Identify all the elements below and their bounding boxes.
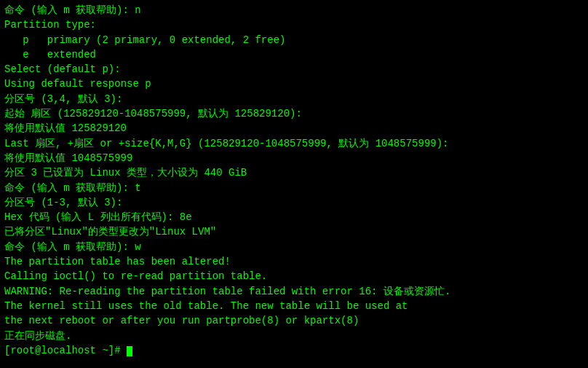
terminal-line: 正在同步磁盘. [4, 329, 584, 343]
terminal-line: The kernel still uses the old table. The… [4, 299, 584, 313]
terminal-line: 分区号 (1-3, 默认 3): [4, 195, 584, 210]
terminal-line: Select (default p): [4, 62, 584, 77]
terminal-line: Calling ioctl() to re-read partition tab… [4, 269, 584, 283]
terminal-line: Last 扇区, +扇区 or +size{K,M,G} (125829120-… [4, 136, 584, 151]
terminal-line: WARNING: Re-reading the partition table … [4, 284, 584, 299]
terminal-line: Using default response p [4, 77, 584, 91]
terminal-line: p primary (2 primary, 0 extended, 2 free… [4, 33, 584, 47]
terminal-line: 分区 3 已设置为 Linux 类型，大小设为 440 GiB [4, 165, 584, 180]
terminal-line: 命令 (输入 m 获取帮助): w [4, 240, 584, 254]
terminal-line: 将使用默认值 1048575999 [4, 151, 584, 165]
terminal-line: The partition table has been altered! [4, 254, 584, 269]
terminal-line: Hex 代码 (输入 L 列出所有代码): 8e [4, 210, 584, 224]
terminal-line: 命令 (输入 m 获取帮助): n [4, 3, 584, 17]
terminal-line: 将使用默认值 125829120 [4, 121, 584, 136]
terminal-line: the next reboot or after you run partpro… [4, 313, 584, 328]
terminal-line: 起始 扇区 (125829120-1048575999, 默认为 1258291… [4, 106, 584, 121]
terminal-cursor [127, 346, 132, 356]
terminal-line: [root@localhost ~]# [4, 343, 584, 358]
terminal-line: 分区号 (3,4, 默认 3): [4, 92, 584, 106]
terminal-line: e extended [4, 47, 584, 62]
terminal-window[interactable]: 命令 (输入 m 获取帮助): nPartition type: p prima… [0, 0, 588, 368]
terminal-line: 已将分区"Linux"的类型更改为"Linux LVM" [4, 224, 584, 239]
terminal-line: Partition type: [4, 17, 584, 32]
terminal-line: 命令 (输入 m 获取帮助): t [4, 181, 584, 195]
